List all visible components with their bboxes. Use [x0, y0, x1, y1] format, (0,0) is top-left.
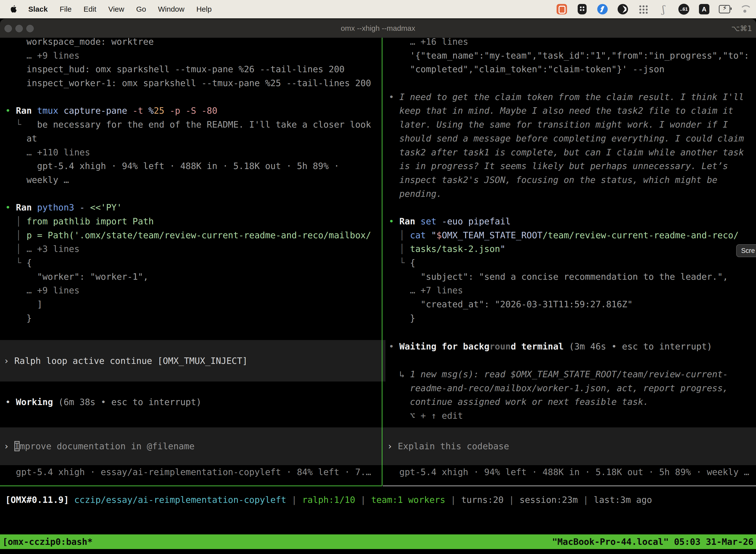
- tmux-hborder-right: [383, 486, 756, 486]
- text-segment: }: [0, 313, 32, 323]
- text-segment: … +9 lines: [0, 50, 80, 61]
- terminal-line: └ be necessary for the end of the README…: [0, 118, 382, 131]
- text-segment: mprove documentation in @filename: [19, 441, 194, 451]
- screenshot-app-icon[interactable]: [556, 3, 567, 15]
- terminal-line: • Ran python3 - <<'PY': [0, 201, 382, 214]
- right-mailbox-message: ↳ 1 new msg(s): read $OMX_TEAM_STATE_ROO…: [383, 367, 756, 423]
- text-segment: -S: [180, 106, 196, 116]
- text-segment: │: [383, 230, 410, 240]
- text-segment: -euo pipefail: [437, 216, 511, 226]
- terminal-line: • Ran tmux capture-pane -t %25 -p -S -80: [0, 104, 382, 118]
- text-segment: ": [426, 230, 437, 240]
- menu-item-window[interactable]: Window: [158, 5, 185, 13]
- terminal-line: [OMX#0.11.9] cczip/essay/ai-reimplementa…: [0, 493, 756, 507]
- terminal-line: pending.: [383, 187, 756, 201]
- text-segment: (6m 38s • esc to interrupt): [53, 397, 201, 407]
- screen: Slack File Edit View Go Window Help ʃ ..…: [0, 0, 756, 554]
- terminal-line: }: [383, 311, 756, 325]
- text-segment: │: [0, 216, 26, 226]
- text-segment: -80: [196, 106, 217, 116]
- text-segment: capture-pane: [58, 106, 127, 116]
- left-composer-input[interactable]: › Improve documentation in @filename: [0, 428, 385, 465]
- terminal-line: readme-and-reco/mailbox/worker-1.json, a…: [383, 381, 756, 395]
- text-segment: last:3m ago: [594, 495, 652, 505]
- terminal-line: should send a message before completing …: [383, 131, 756, 146]
- menu-item-edit[interactable]: Edit: [83, 5, 97, 13]
- menu-item-slack[interactable]: Slack: [28, 5, 48, 13]
- tmux-hborder-left: [0, 486, 382, 486]
- menu-item-file[interactable]: File: [60, 5, 71, 13]
- battery-icon[interactable]: [719, 3, 730, 15]
- menu-items: Slack File Edit View Go Window Help: [28, 5, 211, 13]
- terminal-line: │ … +3 lines: [0, 242, 382, 256]
- injected-prompt-banner: › Ralph loop active continue [OMX_TMUX_I…: [0, 340, 385, 382]
- terminal-line: … +16 lines: [383, 35, 756, 49]
- tmux-pane-divider[interactable]: [382, 38, 382, 486]
- text-segment: from pathlib import Path: [26, 216, 154, 226]
- terminal-line: at: [0, 131, 382, 146]
- text-segment: team:1 workers: [371, 495, 445, 505]
- text-segment: •: [383, 341, 394, 351]
- input-source-icon[interactable]: A: [698, 3, 710, 15]
- text-segment: keep that in mind. Maybe I also need the…: [383, 106, 734, 116]
- text-segment: -: [74, 202, 85, 213]
- text-segment: }: [383, 313, 415, 323]
- terminal-line: }: [0, 311, 382, 325]
- text-segment: ]: [0, 299, 43, 309]
- text-segment: d terminal: [511, 341, 564, 351]
- text-segment: [OMX#0.11.9]: [0, 495, 69, 505]
- blue-badge-icon[interactable]: [597, 3, 608, 15]
- terminal-line: gpt-5.4 xhigh · 94% left · 488K in · 5.1…: [0, 159, 382, 173]
- terminal-line: … +7 lines: [383, 283, 756, 297]
- text-segment: inspect task2's JSON, focusing on the st…: [383, 175, 717, 185]
- dots-grid-icon[interactable]: [637, 3, 649, 15]
- text-segment: I need to get the claim token from the c…: [394, 92, 744, 102]
- text-segment: is in progress? It seems likely but perh…: [383, 161, 728, 171]
- tmux-host-clock: "MacBook-Pro-44.local" 05:03 31-Mar-26: [552, 537, 754, 547]
- text-segment: Explain this codebase: [398, 441, 509, 451]
- terminal-line: [0, 187, 382, 201]
- battery-percent-badge[interactable]: ..61: [678, 3, 690, 15]
- text-segment: roun: [489, 341, 511, 351]
- terminal-line: › Improve documentation in @filename: [4, 439, 194, 453]
- menu-item-help[interactable]: Help: [196, 5, 212, 13]
- terminal-line: [383, 76, 756, 90]
- left-model-status: gpt-5.4 xhigh · essay/ai-reimplementatio…: [0, 465, 382, 479]
- text-segment: '{"team_name":"my-team","task_id":"1","f…: [383, 50, 749, 61]
- text-segment: be necessary for the end of the README. …: [21, 119, 371, 129]
- terminal-line: "completed","claim_token":"claim-token"}…: [383, 62, 756, 76]
- s-curve-icon[interactable]: ʃ: [658, 3, 669, 15]
- left-pane-scrollback: workspace_mode: worktree … +9 lines insp…: [0, 35, 382, 325]
- text-segment: {: [26, 258, 32, 268]
- terminal-line: ↳ 1 new msg(s): read $OMX_TEAM_STATE_ROO…: [383, 367, 756, 381]
- menu-item-go[interactable]: Go: [136, 5, 146, 13]
- text-segment: |: [355, 495, 371, 505]
- text-segment: ›: [387, 441, 398, 451]
- text-segment: │: [383, 244, 410, 254]
- text-segment: -p: [165, 106, 180, 116]
- terminal-line: gpt-5.4 xhigh · essay/ai-reimplementatio…: [0, 465, 382, 479]
- menu-bar: Slack File Edit View Go Window Help ʃ ..…: [0, 0, 756, 18]
- terminal-line: ]: [0, 297, 382, 311]
- omx-hud-status: [OMX#0.11.9] cczip/essay/ai-reimplementa…: [0, 493, 756, 507]
- dark-crescent-icon[interactable]: [617, 3, 629, 15]
- shield-grid-icon[interactable]: [576, 3, 588, 15]
- terminal-line: is in progress? It seems likely but perh…: [383, 159, 756, 173]
- terminal-line: inspect_hud: omx sparkshell --tmux-pane …: [0, 62, 382, 76]
- text-segment: weekly …: [0, 175, 69, 185]
- text-segment: set: [415, 216, 437, 226]
- text-segment: /team/review-current-readme-and-reco/: [543, 230, 739, 240]
- menu-item-view[interactable]: View: [108, 5, 124, 13]
- screenshot-notification[interactable]: Scre: [736, 244, 756, 257]
- text-segment: |: [578, 495, 594, 505]
- wifi-icon[interactable]: [739, 3, 751, 15]
- text-segment: continue assigned work or next feasible …: [383, 397, 649, 407]
- right-composer-input[interactable]: › Explain this codebase: [383, 428, 756, 465]
- apple-menu-icon[interactable]: [10, 5, 17, 14]
- terminal-line: • Working (6m 38s • esc to interrupt): [0, 395, 382, 409]
- terminal-line: [383, 201, 756, 214]
- text-segment: •: [0, 202, 11, 213]
- text-segment: |: [286, 495, 302, 505]
- text-segment: … +110 lines: [0, 147, 90, 157]
- text-segment: Waiting for backg: [394, 341, 490, 351]
